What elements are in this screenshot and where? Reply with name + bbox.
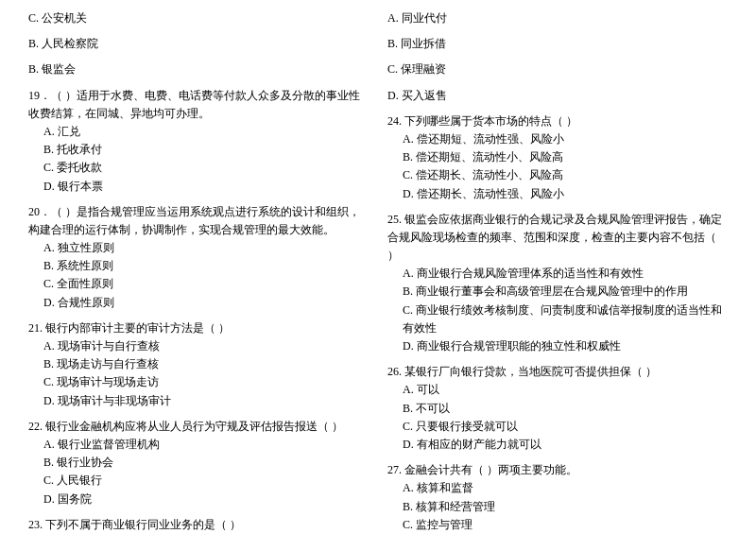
question-20: 20．（ ）是指合规管理应当运用系统观点进行系统的设计和组织，构建合理的运行体制… (28, 203, 369, 312)
item-b-industry-loan-text: B. 同业拆借 (387, 35, 728, 53)
question-26: 26. 某银行厂向银行贷款，当地医院可否提供担保（ ） A. 可以 B. 不可以… (387, 363, 728, 454)
question-27-text: 27. 金融会计共有（ ）两项主要功能。 (387, 461, 728, 479)
q26-option-a: A. 可以 (403, 381, 728, 399)
item-b-procuratorate-text: B. 人民检察院 (28, 35, 369, 53)
q20-option-d: D. 合规性原则 (43, 294, 369, 312)
question-19: 19．（ ）适用于水费、电费、电话费等付款人众多及分散的事业性收费结算，在同城、… (28, 87, 369, 196)
q19-option-b: B. 托收承付 (43, 141, 369, 159)
question-27-options: A. 核算和监督 B. 核算和经营管理 C. 监控与管理 D. 经营核算与监督 (387, 479, 728, 534)
question-21-text: 21. 银行内部审计主要的审计方法是（ ） (28, 319, 369, 337)
question-21: 21. 银行内部审计主要的审计方法是（ ） A. 现场审计与自行查核 B. 现场… (28, 319, 369, 410)
q24-option-a: A. 偿还期短、流动性强、风险小 (403, 130, 728, 148)
item-b-industry-loan: B. 同业拆借 (387, 35, 728, 53)
item-b-supervisory-text: B. 银监会 (28, 60, 369, 78)
question-25-options: A. 商业银行合规风险管理体系的适当性和有效性 B. 商业银行董事会和高级管理层… (387, 265, 728, 355)
question-26-options: A. 可以 B. 不可以 C. 只要银行接受就可以 D. 有相应的财产能力就可以 (387, 381, 728, 454)
two-col-layout: C. 公安机关 B. 人民检察院 B. 银监会 19．（ ）适用于水费、电费、电… (28, 9, 728, 534)
item-a-industry-payment-text: A. 同业代付 (387, 9, 728, 27)
left-column: C. 公安机关 B. 人民检察院 B. 银监会 19．（ ）适用于水费、电费、电… (28, 9, 369, 534)
page-container: C. 公安机关 B. 人民检察院 B. 银监会 19．（ ）适用于水费、电费、电… (28, 9, 728, 534)
question-22-text: 22. 银行业金融机构应将从业人员行为守规及评估报告报送（ ） (28, 418, 369, 436)
q25-option-a: A. 商业银行合规风险管理体系的适当性和有效性 (403, 265, 728, 283)
item-a-industry-payment: A. 同业代付 (387, 9, 728, 27)
q27-option-a: A. 核算和监督 (403, 479, 728, 497)
question-24-text: 24. 下列哪些属于货本市场的特点（ ） (387, 112, 728, 130)
q20-option-a: A. 独立性原则 (43, 239, 369, 257)
q21-option-a: A. 现场审计与自行查核 (43, 337, 369, 355)
item-c-police: C. 公安机关 (28, 9, 369, 27)
q24-option-d: D. 偿还期长、流动性强、风险小 (403, 185, 728, 203)
question-20-text: 20．（ ）是指合规管理应当运用系统观点进行系统的设计和组织，构建合理的运行体制… (28, 203, 369, 239)
item-d-buy-return: D. 买入返售 (387, 87, 728, 105)
q22-option-b: B. 银行业协会 (43, 454, 369, 472)
question-22-options: A. 银行业监督管理机构 B. 银行业协会 C. 人民银行 D. 国务院 (28, 436, 369, 508)
item-b-supervisory: B. 银监会 (28, 60, 369, 78)
q21-option-b: B. 现场走访与自行查核 (43, 355, 369, 373)
q20-option-c: C. 全面性原则 (43, 275, 369, 293)
q26-option-c: C. 只要银行接受就可以 (403, 418, 728, 436)
q22-option-a: A. 银行业监督管理机构 (43, 436, 369, 454)
item-b-procuratorate: B. 人民检察院 (28, 35, 369, 53)
question-24: 24. 下列哪些属于货本市场的特点（ ） A. 偿还期短、流动性强、风险小 B.… (387, 112, 728, 203)
q24-option-b: B. 偿还期短、流动性小、风险高 (403, 148, 728, 166)
q21-option-c: C. 现场审计与现场走访 (43, 373, 369, 391)
q22-option-d: D. 国务院 (43, 491, 369, 508)
q22-option-c: C. 人民银行 (43, 472, 369, 490)
question-20-options: A. 独立性原则 B. 系统性原则 C. 全面性原则 D. 合规性原则 (28, 239, 369, 312)
q19-option-d: D. 银行本票 (43, 178, 369, 196)
q20-option-b: B. 系统性原则 (43, 257, 369, 275)
item-c-police-text: C. 公安机关 (28, 9, 369, 27)
question-24-options: A. 偿还期短、流动性强、风险小 B. 偿还期短、流动性小、风险高 C. 偿还期… (387, 130, 728, 203)
question-21-options: A. 现场审计与自行查核 B. 现场走访与自行查核 C. 现场审计与现场走访 D… (28, 337, 369, 410)
item-c-guarantee-text: C. 保理融资 (387, 60, 728, 78)
q19-option-c: C. 委托收款 (43, 159, 369, 177)
item-c-guarantee: C. 保理融资 (387, 60, 728, 78)
right-column: A. 同业代付 B. 同业拆借 C. 保理融资 D. 买入返售 24. 下列哪些… (387, 9, 728, 534)
q21-option-d: D. 现场审计与非现场审计 (43, 392, 369, 410)
q25-option-c: C. 商业银行绩效考核制度、问责制度和诚信举报制度的适当性和有效性 (403, 301, 728, 337)
q27-option-c: C. 监控与管理 (403, 516, 728, 534)
question-23-text: 23. 下列不属于商业银行同业业务的是（ ） (28, 516, 369, 534)
question-19-options: A. 汇兑 B. 托收承付 C. 委托收款 D. 银行本票 (28, 123, 369, 196)
q24-option-c: C. 偿还期长、流动性小、风险高 (403, 166, 728, 184)
question-27: 27. 金融会计共有（ ）两项主要功能。 A. 核算和监督 B. 核算和经营管理… (387, 461, 728, 534)
question-26-text: 26. 某银行厂向银行贷款，当地医院可否提供担保（ ） (387, 363, 728, 381)
question-25: 25. 银监会应依据商业银行的合规记录及合规风险管理评报告，确定合规风险现场检查… (387, 211, 728, 356)
q19-option-a: A. 汇兑 (43, 123, 369, 141)
question-22: 22. 银行业金融机构应将从业人员行为守规及评估报告报送（ ） A. 银行业监督… (28, 418, 369, 508)
question-25-text: 25. 银监会应依据商业银行的合规记录及合规风险管理评报告，确定合规风险现场检查… (387, 211, 728, 266)
item-d-buy-return-text: D. 买入返售 (387, 87, 728, 105)
q25-option-d: D. 商业银行合规管理职能的独立性和权威性 (403, 337, 728, 355)
q26-option-b: B. 不可以 (403, 400, 728, 418)
q26-option-d: D. 有相应的财产能力就可以 (403, 436, 728, 454)
question-23: 23. 下列不属于商业银行同业业务的是（ ） (28, 516, 369, 534)
q27-option-b: B. 核算和经营管理 (403, 498, 728, 516)
question-19-text: 19．（ ）适用于水费、电费、电话费等付款人众多及分散的事业性收费结算，在同城、… (28, 87, 369, 123)
q25-option-b: B. 商业银行董事会和高级管理层在合规风险管理中的作用 (403, 283, 728, 301)
